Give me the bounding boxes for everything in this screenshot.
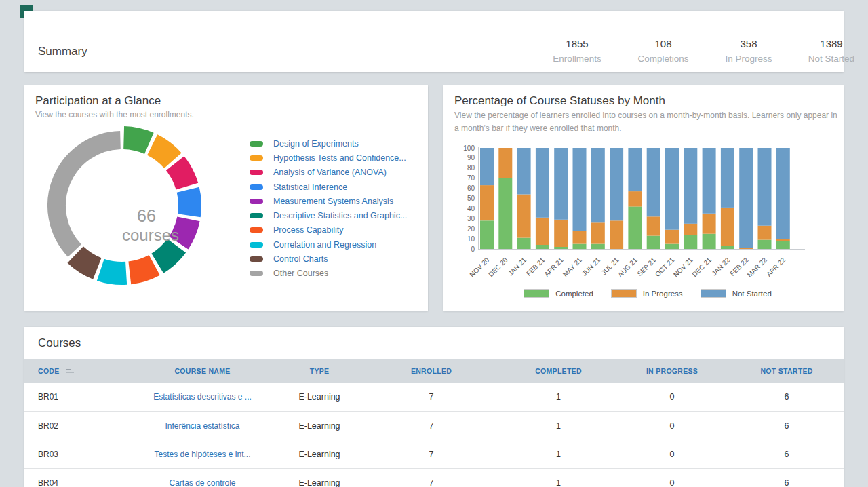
donut-segment[interactable] bbox=[75, 255, 97, 269]
bar-segment[interactable] bbox=[554, 220, 568, 247]
bar-segment[interactable] bbox=[628, 191, 642, 206]
legend-item-label[interactable]: Descriptive Statistics and Graphic... bbox=[273, 211, 407, 220]
cell-course-name: Estatísticas descritivas e ... bbox=[126, 392, 279, 402]
bar-segment[interactable] bbox=[480, 148, 494, 185]
bar-segment[interactable] bbox=[517, 238, 531, 249]
bar-segment[interactable] bbox=[721, 246, 734, 250]
bar-segment[interactable] bbox=[684, 224, 697, 235]
bar-segment[interactable] bbox=[703, 234, 716, 249]
x-axis-label: MAY 21 bbox=[561, 256, 584, 278]
bar-segment[interactable] bbox=[665, 148, 679, 230]
y-axis-tick: 20 bbox=[467, 225, 475, 233]
bar-segment[interactable] bbox=[776, 239, 790, 241]
bar-segment[interactable] bbox=[647, 148, 660, 216]
column-header-label: CODE bbox=[38, 367, 60, 375]
course-name-link[interactable]: Cartas de controle bbox=[169, 478, 235, 487]
donut-segment[interactable] bbox=[178, 219, 189, 243]
donut-segment[interactable] bbox=[130, 265, 154, 273]
legend-color-pill bbox=[250, 213, 263, 218]
column-header-type[interactable]: TYPE bbox=[279, 367, 360, 375]
bar-segment[interactable] bbox=[776, 241, 790, 249]
column-header-label: ENROLLED bbox=[411, 367, 452, 375]
sort-icon-bar bbox=[66, 369, 71, 370]
bar-segment[interactable] bbox=[739, 248, 753, 250]
column-header-enrolled[interactable]: ENROLLED bbox=[360, 367, 502, 375]
bar-segment[interactable] bbox=[665, 244, 679, 250]
legend-item-label[interactable]: Correlation and Regression bbox=[273, 240, 376, 250]
donut-segment[interactable] bbox=[124, 138, 149, 143]
donut-segment[interactable] bbox=[100, 270, 126, 273]
bar-segment[interactable] bbox=[684, 148, 697, 224]
column-header-label: TYPE bbox=[310, 367, 330, 375]
bar-segment[interactable] bbox=[610, 148, 623, 220]
bar-segment[interactable] bbox=[684, 235, 697, 249]
legend-item-label[interactable]: Design of Experiments bbox=[273, 139, 359, 149]
course-name-link[interactable]: Testes de hipóteses e int... bbox=[154, 450, 250, 459]
bar-segment[interactable] bbox=[776, 148, 790, 239]
legend-item-label[interactable]: Measurement Systems Analysis bbox=[273, 197, 393, 206]
bar-segment[interactable] bbox=[758, 240, 772, 249]
bar-segment[interactable] bbox=[573, 231, 587, 244]
participation-subtitle: View the courses with the most enrollmen… bbox=[35, 110, 194, 119]
bar-segment[interactable] bbox=[647, 216, 660, 235]
bar-segment[interactable] bbox=[554, 148, 568, 220]
column-header-in-progress[interactable]: IN PROGRESS bbox=[614, 367, 730, 375]
legend-item-label[interactable]: Hypothesis Tests and Confidence... bbox=[273, 153, 406, 163]
cell-course-name: Testes de hipóteses e int... bbox=[126, 450, 279, 459]
bar-segment[interactable] bbox=[758, 226, 772, 240]
bar-segment[interactable] bbox=[591, 244, 605, 250]
bar-segment[interactable] bbox=[536, 245, 549, 249]
bar-segment[interactable] bbox=[703, 148, 716, 214]
bar-legend-label: Completed bbox=[555, 290, 593, 298]
sort-icon[interactable] bbox=[66, 369, 74, 373]
bar-segment[interactable] bbox=[536, 218, 549, 245]
bar-segment[interactable] bbox=[554, 247, 568, 249]
bar-segment[interactable] bbox=[721, 208, 734, 246]
legend-item-label[interactable]: Control Charts bbox=[273, 254, 328, 264]
donut-center-label: 66 courses bbox=[122, 206, 171, 245]
bar-segment[interactable] bbox=[498, 148, 512, 178]
donut-segment[interactable] bbox=[175, 163, 187, 187]
legend-item-label[interactable]: Analysis of Variance (ANOVA) bbox=[273, 168, 387, 177]
column-header-completed[interactable]: COMPLETED bbox=[502, 367, 614, 375]
cell-code: BR04 bbox=[24, 478, 126, 487]
statuses-bar-chart[interactable]: 0102030405060708090100NOV 20DEC 20JAN 21… bbox=[448, 142, 814, 292]
bar-segment[interactable] bbox=[591, 148, 605, 222]
donut-segment[interactable] bbox=[188, 190, 190, 216]
course-name-link[interactable]: Estatísticas descritivas e ... bbox=[153, 392, 252, 402]
bar-segment[interactable] bbox=[758, 148, 772, 226]
legend-item-label[interactable]: Process Capability bbox=[273, 225, 344, 235]
bar-segment[interactable] bbox=[610, 220, 623, 249]
column-header-not-started[interactable]: NOT STARTED bbox=[730, 367, 844, 375]
bar-segment[interactable] bbox=[498, 178, 512, 249]
legend-item-label[interactable]: Statistical Inference bbox=[273, 182, 347, 192]
bar-segment[interactable] bbox=[480, 185, 494, 220]
legend-item: Control Charts bbox=[250, 252, 407, 266]
legend-color-pill bbox=[250, 141, 263, 147]
donut-segment[interactable] bbox=[153, 145, 173, 161]
x-axis-label: APR 21 bbox=[542, 256, 564, 277]
bar-segment[interactable] bbox=[517, 195, 531, 238]
bar-segment[interactable] bbox=[628, 148, 642, 191]
cell-in-progress: 0 bbox=[614, 450, 730, 459]
bar-segment[interactable] bbox=[647, 236, 660, 249]
cell-in-progress: 0 bbox=[614, 392, 730, 402]
bar-segment[interactable] bbox=[665, 230, 679, 244]
bar-segment[interactable] bbox=[591, 222, 605, 244]
column-header-course-name[interactable]: COURSE NAME bbox=[126, 367, 279, 375]
legend-item-label: Other Courses bbox=[273, 269, 328, 278]
bar-segment[interactable] bbox=[739, 148, 753, 248]
course-name-link[interactable]: Inferência estatística bbox=[165, 421, 239, 431]
column-header-code[interactable]: CODE bbox=[24, 367, 126, 375]
donut-segment-other[interactable] bbox=[56, 140, 120, 251]
bar-segment[interactable] bbox=[703, 214, 716, 234]
bar-segment[interactable] bbox=[628, 206, 642, 249]
donut-segment[interactable] bbox=[157, 246, 176, 263]
x-axis-label: JAN 21 bbox=[507, 256, 528, 277]
bar-segment[interactable] bbox=[536, 148, 549, 218]
bar-segment[interactable] bbox=[573, 244, 587, 250]
bar-segment[interactable] bbox=[573, 148, 587, 231]
bar-segment[interactable] bbox=[721, 148, 734, 208]
bar-segment[interactable] bbox=[480, 220, 494, 249]
bar-segment[interactable] bbox=[517, 148, 531, 195]
